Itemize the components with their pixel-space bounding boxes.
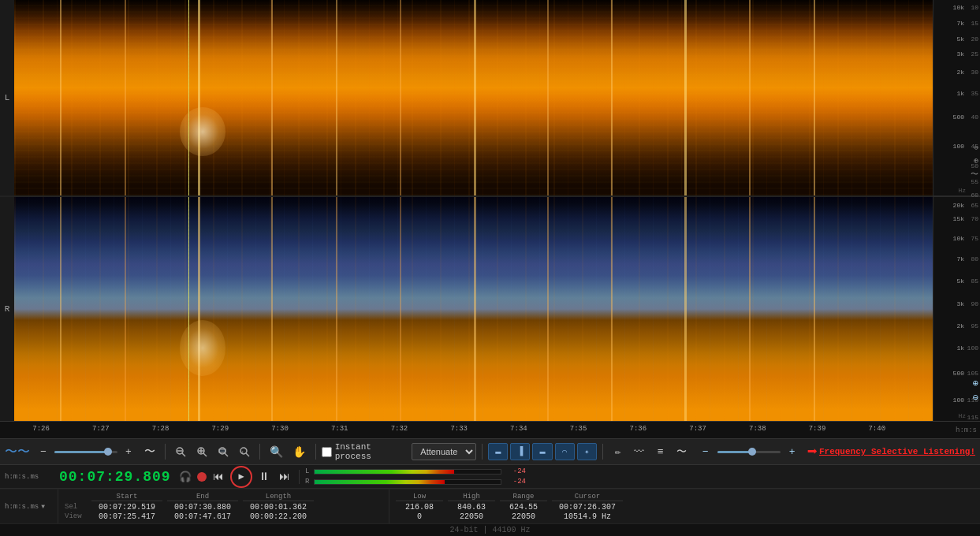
svg-text:+: +	[241, 449, 244, 455]
instant-process-label[interactable]: Instant process	[322, 442, 410, 461]
zoom-track-right[interactable]	[717, 451, 781, 453]
play-button[interactable]: ▶	[230, 466, 252, 488]
zoom-in-freq-icon[interactable]: ⊕	[974, 156, 978, 166]
magnifier-tool[interactable]: 🔍	[266, 441, 286, 462]
pause-button[interactable]: ⏸	[255, 468, 273, 486]
attenuate-select[interactable]: Attenuate Remove Keep	[412, 443, 476, 460]
sel-row-button[interactable]: ▬	[532, 443, 552, 460]
zoom-fit[interactable]: +	[235, 441, 254, 462]
time-display: 00:07:29.809	[59, 469, 173, 485]
cursor-line-right	[188, 197, 189, 421]
toolbar: 〜〜 − + 〜	[0, 438, 980, 465]
channel-labels: L R	[0, 0, 14, 421]
right-channel-label: R	[0, 197, 14, 421]
clone-tool[interactable]: 〜	[673, 441, 691, 462]
frequency-scale: 10k 10 7k 15 5k 20 3k 25 2k 30 1k 35 500…	[933, 0, 980, 421]
right-spectrogram[interactable]	[14, 197, 933, 421]
time-format-section: h:m:s.ms ▼	[3, 489, 58, 523]
zoom-out-left-button[interactable]: −	[34, 441, 53, 462]
timeline: 7:26 7:27 7:28 7:29 7:30 7:31 7:32 7:33 …	[0, 421, 980, 438]
left-spectrogram[interactable]	[14, 0, 933, 197]
brush-tool[interactable]: 〰	[630, 441, 649, 462]
zoom-track[interactable]	[54, 451, 117, 453]
zoom-out-horiz[interactable]	[171, 441, 190, 462]
sel-col-button[interactable]: ▐	[510, 443, 530, 460]
vu-meters: L -24 R -24	[305, 467, 526, 486]
hand-tool[interactable]: ✋	[289, 441, 309, 462]
zoom-slider-group: − +	[34, 441, 138, 462]
sel-view-section: Start End Length Sel 00:07:29.519 00:07:…	[58, 489, 389, 523]
zoom-in-bottom-icon[interactable]: ⊕	[973, 378, 978, 389]
zoom-out-bottom-icon[interactable]: ⊖	[973, 392, 978, 404]
freq-sel-label: Frequency Selective Listening!	[819, 447, 975, 456]
headphones-button[interactable]: 🎧	[177, 468, 194, 486]
svg-line-8	[225, 453, 228, 456]
cursor-line-left	[188, 0, 189, 195]
format-bar: 24-bit | 44100 Hz	[0, 523, 980, 536]
zoom-sel-horiz[interactable]	[214, 441, 233, 462]
transport-bar: h:m:s.ms 00:07:29.809 🎧 ⏮ ▶ ⏸ ⏭ L -24 R …	[0, 465, 980, 489]
zoom-in-left-button[interactable]: +	[119, 441, 138, 462]
attenuate-tool[interactable]: ≡	[651, 441, 670, 462]
prev-button[interactable]: ⏮	[210, 468, 227, 486]
zoom-right-group: − +	[696, 441, 802, 462]
sel-rect-button[interactable]: ▬	[488, 443, 508, 460]
next-button[interactable]: ⏭	[276, 468, 293, 486]
smooth-icon[interactable]: 〜	[971, 169, 978, 180]
zoom-in-right-button[interactable]: +	[783, 441, 802, 462]
pencil-tool[interactable]: ✏	[609, 441, 628, 462]
svg-line-4	[203, 453, 207, 456]
svg-line-11	[246, 453, 249, 456]
timeline-unit: h:m:s	[956, 426, 977, 434]
sel-magic-button[interactable]: ✦	[577, 443, 597, 460]
svg-rect-9	[219, 449, 225, 452]
info-bar: h:m:s.ms ▼ Start End Length Sel 00:07:29…	[0, 489, 980, 523]
instant-process-checkbox[interactable]	[322, 447, 332, 457]
sel-lasso-button[interactable]: ⌒	[555, 443, 575, 460]
record-button[interactable]	[197, 472, 207, 482]
freq-sel-arrow: ➡	[807, 441, 818, 463]
zoom-in-horiz[interactable]	[192, 441, 211, 462]
freq-cursor-section: Low High Range Cursor 216.08 840.63 624.…	[389, 489, 629, 523]
timeline-content[interactable]: 7:26 7:27 7:28 7:29 7:30 7:31 7:32 7:33 …	[14, 422, 933, 438]
smooth-wave-icon[interactable]: 〜	[140, 441, 159, 462]
left-channel-label: L	[0, 0, 14, 197]
time-format-display: h:m:s.ms	[5, 473, 56, 481]
zoom-out-right-button[interactable]: −	[696, 441, 715, 462]
svg-line-1	[182, 453, 185, 456]
waveform-icon: 〜〜	[5, 444, 30, 460]
zoom-out-freq-icon[interactable]: ⊖	[974, 143, 978, 152]
